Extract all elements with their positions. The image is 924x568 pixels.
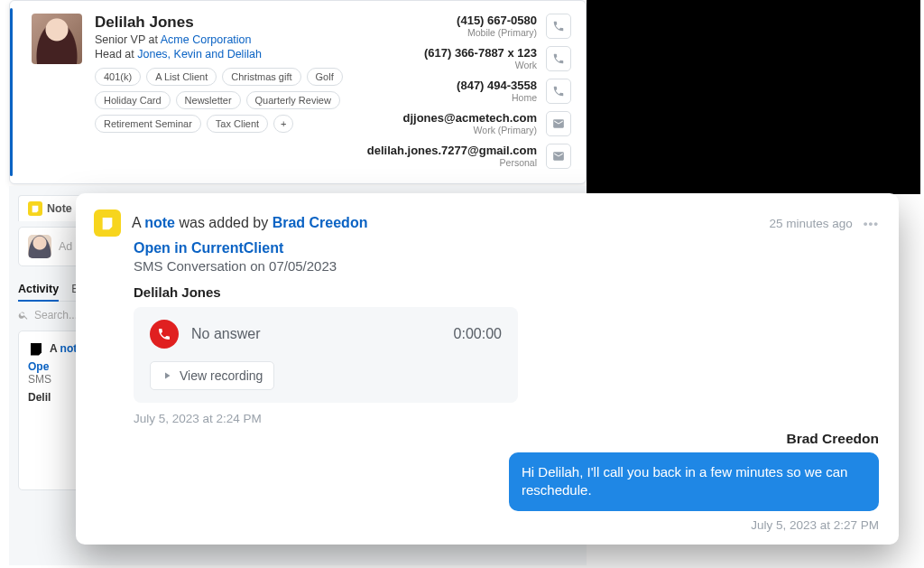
email-row: delilah.jones.7277@gmail.com Personal — [367, 144, 571, 169]
backdrop-strip — [587, 0, 920, 194]
tag[interactable]: Quarterly Review — [246, 91, 340, 109]
overlay-header: A note was added by Brad Creedon 25 minu… — [94, 210, 879, 237]
tag[interactable]: Retirement Seminar — [95, 115, 201, 133]
phone-value: (415) 667-0580 — [457, 14, 537, 28]
call-duration: 0:00:00 — [454, 326, 502, 342]
note-icon — [94, 210, 121, 237]
timestamp-left: July 5, 2023 at 2:24 PM — [134, 412, 879, 425]
tags: 401(k) A List Client Christmas gift Golf… — [95, 68, 347, 133]
email-row: djjones@acmetech.com Work (Primary) — [367, 111, 571, 136]
email-value: djjones@acmetech.com — [402, 112, 537, 126]
overlay-meta: 25 minutes ago ••• — [770, 217, 880, 230]
tab-note[interactable]: Note — [18, 195, 82, 221]
tag[interactable]: 401(k) — [95, 68, 141, 86]
phone-value: (617) 366-7887 x 123 — [424, 47, 537, 61]
call-status: No answer — [191, 326, 441, 342]
email-label: Personal — [367, 157, 537, 168]
self-avatar — [28, 235, 51, 258]
phone-label: Home — [457, 92, 537, 103]
more-menu-icon[interactable]: ••• — [864, 217, 879, 230]
email-value: delilah.jones.7277@gmail.com — [367, 144, 537, 158]
search-icon — [18, 310, 29, 321]
tag[interactable]: Golf — [307, 68, 343, 86]
phone-icon — [552, 20, 565, 33]
overlay-body: Open in CurrentClient SMS Conversation o… — [134, 240, 879, 532]
household-link[interactable]: Jones, Kevin and Delilah — [137, 48, 262, 61]
contact-main: Delilah Jones Senior VP at Acme Corporat… — [95, 14, 367, 169]
email-button[interactable] — [546, 144, 571, 169]
title-keyword: note — [144, 215, 175, 230]
title-prefix: Senior VP at — [95, 33, 161, 46]
company-link[interactable]: Acme Corporation — [161, 33, 252, 46]
note-icon — [28, 201, 42, 216]
phone-row: (847) 494-3558 Home — [367, 79, 571, 104]
tag[interactable]: A List Client — [146, 68, 217, 86]
call-button[interactable] — [546, 46, 571, 71]
view-recording-button[interactable]: View recording — [150, 361, 274, 390]
note-overlay: A note was added by Brad Creedon 25 minu… — [76, 193, 899, 545]
email-button[interactable] — [546, 111, 571, 136]
accent-bar — [10, 8, 13, 176]
subtab-activity[interactable]: Activity — [18, 283, 59, 302]
contact-household-line: Head at Jones, Kevin and Delilah — [95, 48, 367, 61]
title-author[interactable]: Brad Creedon — [273, 215, 368, 230]
tab-note-label: Note — [47, 202, 72, 215]
call-button[interactable] — [546, 79, 571, 104]
head-prefix: Head at — [95, 48, 137, 61]
missed-call-icon — [150, 320, 179, 349]
overlay-subtitle: SMS Conversation on 07/05/2023 — [134, 258, 879, 274]
phone-row: (415) 667-0580 Mobile (Primary) — [367, 14, 571, 39]
tag[interactable]: Newsletter — [176, 91, 241, 109]
contact-right: (415) 667-0580 Mobile (Primary) (617) 36… — [367, 14, 571, 169]
view-recording-label: View recording — [180, 368, 263, 383]
item-kw: not — [60, 342, 78, 355]
add-tag-button[interactable]: + — [273, 115, 293, 133]
open-in-link[interactable]: Open in CurrentClient — [134, 240, 879, 256]
contact-card: Delilah Jones Senior VP at Acme Corporat… — [9, 0, 587, 184]
phone-icon — [552, 85, 565, 98]
mail-icon — [552, 117, 565, 130]
call-button[interactable] — [546, 14, 571, 39]
contact-avatar[interactable] — [32, 14, 82, 64]
reply-author: Brad Creedon — [134, 431, 879, 447]
sender-name: Delilah Jones — [134, 284, 879, 300]
contact-title-line: Senior VP at Acme Corporation — [95, 33, 367, 46]
overlay-title: A note was added by Brad Creedon — [132, 215, 367, 231]
reply-bubble: Hi Delilah, I'll call you back in a few … — [509, 452, 879, 511]
timestamp-right: July 5, 2023 at 2:27 PM — [134, 518, 879, 532]
phone-label: Mobile (Primary) — [457, 27, 537, 38]
title-mid: was added by — [175, 215, 273, 230]
phone-icon — [552, 52, 565, 65]
play-icon — [162, 370, 172, 381]
mail-icon — [552, 150, 565, 163]
phone-row: (617) 366-7887 x 123 Work — [367, 46, 571, 71]
tag[interactable]: Christmas gift — [222, 68, 300, 86]
contact-name: Delilah Jones — [95, 14, 367, 32]
title-pre: A — [132, 215, 144, 230]
email-label: Work (Primary) — [402, 125, 537, 135]
search-placeholder: Search... — [34, 309, 78, 321]
compose-placeholder: Ad — [59, 240, 72, 253]
tag[interactable]: Holiday Card — [95, 91, 171, 109]
phone-value: (847) 494-3558 — [457, 79, 537, 93]
note-icon — [28, 340, 44, 357]
call-block: No answer 0:00:00 View recording — [134, 307, 518, 403]
tag[interactable]: Tax Client — [207, 115, 268, 133]
age-label: 25 minutes ago — [770, 217, 853, 230]
phone-label: Work — [424, 60, 537, 70]
item-prefix: A — [50, 342, 60, 355]
